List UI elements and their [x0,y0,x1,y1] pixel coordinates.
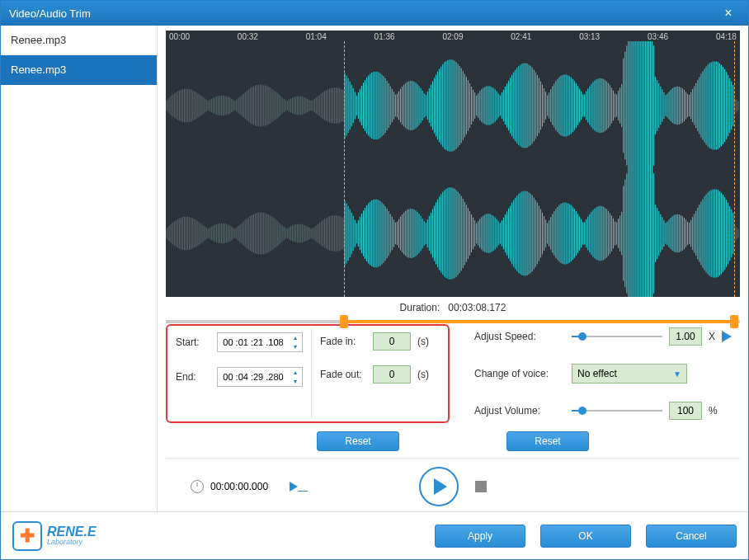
footer: ✚ RENE.E Laboratory Apply OK Cancel [1,511,748,559]
tick: 01:36 [374,32,395,41]
reset-fade-button[interactable]: Reset [506,431,589,451]
stop-button[interactable] [475,481,487,492]
fade-in-input[interactable] [373,332,411,351]
tick: 00:00 [169,32,190,41]
app-window: Video/Audio Trim × Renee.mp3 Renee.mp3 0… [0,0,749,560]
end-handle[interactable] [730,315,738,328]
waveform-left [166,41,740,169]
apply-button[interactable]: Apply [435,525,525,548]
player-row: 00:00:00.000 [166,459,740,511]
sidebar: Renee.mp3 Renee.mp3 [1,26,158,511]
cancel-button[interactable]: Cancel [646,525,737,548]
volume-slider[interactable] [572,405,662,416]
volume-input[interactable] [669,402,702,420]
highlight-box: Start: ▲▼ End: ▲▼ [166,324,450,423]
tick: 03:13 [579,32,600,41]
trim-handlebar[interactable] [166,315,740,319]
fade-out-input[interactable] [373,365,411,384]
time-ruler[interactable]: 00:00 00:32 01:04 01:36 02:09 02:41 03:1… [166,31,740,41]
start-handle[interactable] [340,315,348,328]
selection-end-line[interactable] [734,41,735,297]
window-title: Video/Audio Trim [9,7,717,20]
sidebar-item[interactable]: Renee.mp3 [1,55,157,85]
waveform-area[interactable] [166,41,740,297]
duration-row: Duration: 00:03:08.172 [166,297,740,315]
volume-label: Adjust Volume: [474,405,565,416]
tick: 03:46 [648,32,668,41]
play-icon [434,478,447,495]
start-time-input[interactable]: ▲▼ [217,332,303,352]
logo-text: RENE.E [47,525,97,539]
preview-speed-icon[interactable] [722,331,732,342]
ok-button[interactable]: OK [540,525,631,548]
body: Renee.mp3 Renee.mp3 00:00 00:32 01:04 01… [1,26,748,511]
spin-up-icon[interactable]: ▲ [289,333,302,342]
close-icon[interactable]: × [717,6,740,21]
tick: 01:04 [306,32,327,41]
end-time-field[interactable] [218,372,289,382]
clock-icon [191,480,204,493]
reset-row: Reset Reset [166,423,740,459]
tick: 02:41 [511,32,531,41]
tick: 02:09 [442,32,463,41]
play-button[interactable] [419,467,459,506]
duration-label: Duration: [400,302,440,313]
start-time-field[interactable] [218,337,289,347]
end-time-input[interactable]: ▲▼ [217,367,303,387]
selection-start-line[interactable] [344,41,345,297]
spin-down-icon[interactable]: ▼ [289,377,302,386]
sidebar-item[interactable]: Renee.mp3 [1,26,157,55]
tick: 00:32 [238,32,258,41]
skip-to-end-icon[interactable] [290,482,298,492]
voice-value: No effect [577,368,673,379]
voice-select[interactable]: No effect ▼ [572,364,687,384]
spin-up-icon[interactable]: ▲ [289,368,302,377]
speed-x: X [709,331,715,342]
main-pane: 00:00 00:32 01:04 01:36 02:09 02:41 03:1… [158,26,748,511]
speed-label: Adjust Speed: [474,331,565,342]
reset-trim-button[interactable]: Reset [317,431,399,451]
logo: ✚ RENE.E Laboratory [12,521,435,551]
fade-unit: (s) [417,336,429,347]
chevron-down-icon: ▼ [673,369,681,379]
controls: Start: ▲▼ End: ▲▼ [166,324,740,423]
fade-out-label: Fade out: [320,369,366,380]
volume-unit: % [709,405,718,416]
duration-value: 00:03:08.172 [448,302,506,313]
tick: 04:18 [716,32,737,41]
fade-unit: (s) [417,369,429,380]
waveform-right [166,169,740,297]
end-label: End: [176,371,210,383]
fade-in-label: Fade in: [320,336,366,347]
logo-sub: Laboratory [47,539,97,546]
titlebar[interactable]: Video/Audio Trim × [1,1,748,26]
selection-range [344,320,734,323]
spin-down-icon[interactable]: ▼ [289,342,302,351]
start-label: Start: [176,336,210,348]
voice-label: Change of voice: [474,368,565,379]
speed-input[interactable] [669,327,702,346]
logo-icon: ✚ [12,521,42,551]
player-time: 00:00:00.000 [210,481,268,492]
speed-slider[interactable] [572,331,662,342]
